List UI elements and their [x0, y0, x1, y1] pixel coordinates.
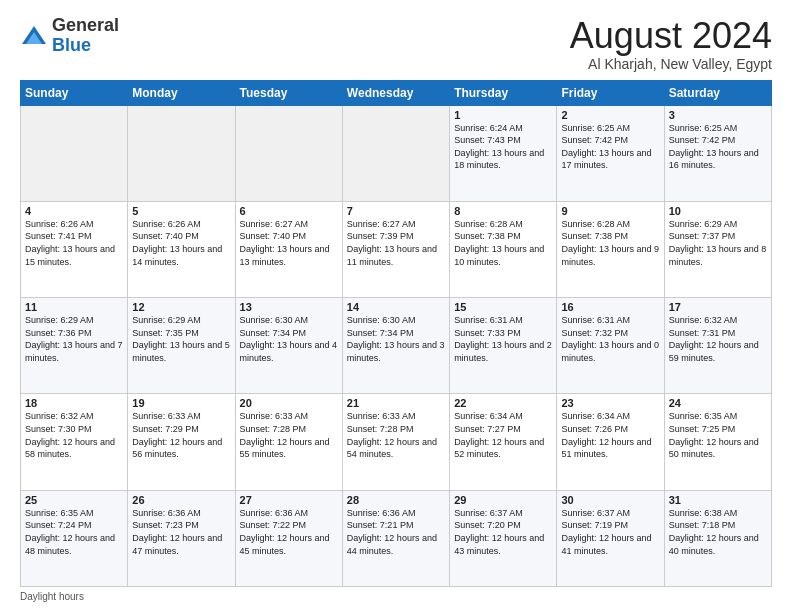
day-number: 26: [132, 494, 230, 506]
cell-info: Sunrise: 6:37 AM Sunset: 7:20 PM Dayligh…: [454, 507, 552, 557]
day-number: 23: [561, 397, 659, 409]
cell-info: Sunrise: 6:30 AM Sunset: 7:34 PM Dayligh…: [347, 314, 445, 364]
cell-4-1: 26Sunrise: 6:36 AM Sunset: 7:23 PM Dayli…: [128, 490, 235, 586]
cell-2-1: 12Sunrise: 6:29 AM Sunset: 7:35 PM Dayli…: [128, 298, 235, 394]
cell-1-3: 7Sunrise: 6:27 AM Sunset: 7:39 PM Daylig…: [342, 201, 449, 297]
day-number: 10: [669, 205, 767, 217]
cell-2-2: 13Sunrise: 6:30 AM Sunset: 7:34 PM Dayli…: [235, 298, 342, 394]
day-number: 27: [240, 494, 338, 506]
week-row-4: 25Sunrise: 6:35 AM Sunset: 7:24 PM Dayli…: [21, 490, 772, 586]
cell-info: Sunrise: 6:30 AM Sunset: 7:34 PM Dayligh…: [240, 314, 338, 364]
cell-info: Sunrise: 6:27 AM Sunset: 7:40 PM Dayligh…: [240, 218, 338, 268]
cell-info: Sunrise: 6:37 AM Sunset: 7:19 PM Dayligh…: [561, 507, 659, 557]
cell-info: Sunrise: 6:34 AM Sunset: 7:27 PM Dayligh…: [454, 410, 552, 460]
cell-info: Sunrise: 6:28 AM Sunset: 7:38 PM Dayligh…: [454, 218, 552, 268]
day-number: 22: [454, 397, 552, 409]
cell-1-6: 10Sunrise: 6:29 AM Sunset: 7:37 PM Dayli…: [664, 201, 771, 297]
logo-general: General: [52, 15, 119, 35]
cell-info: Sunrise: 6:28 AM Sunset: 7:38 PM Dayligh…: [561, 218, 659, 268]
day-number: 1: [454, 109, 552, 121]
cell-2-0: 11Sunrise: 6:29 AM Sunset: 7:36 PM Dayli…: [21, 298, 128, 394]
day-number: 4: [25, 205, 123, 217]
cell-4-4: 29Sunrise: 6:37 AM Sunset: 7:20 PM Dayli…: [450, 490, 557, 586]
header-wednesday: Wednesday: [342, 80, 449, 105]
week-row-3: 18Sunrise: 6:32 AM Sunset: 7:30 PM Dayli…: [21, 394, 772, 490]
cell-info: Sunrise: 6:25 AM Sunset: 7:42 PM Dayligh…: [669, 122, 767, 172]
header-thursday: Thursday: [450, 80, 557, 105]
cell-3-6: 24Sunrise: 6:35 AM Sunset: 7:25 PM Dayli…: [664, 394, 771, 490]
day-number: 6: [240, 205, 338, 217]
day-number: 24: [669, 397, 767, 409]
logo: General Blue: [20, 16, 119, 56]
cell-info: Sunrise: 6:38 AM Sunset: 7:18 PM Dayligh…: [669, 507, 767, 557]
cell-0-0: [21, 105, 128, 201]
cell-1-4: 8Sunrise: 6:28 AM Sunset: 7:38 PM Daylig…: [450, 201, 557, 297]
day-number: 13: [240, 301, 338, 313]
cell-1-1: 5Sunrise: 6:26 AM Sunset: 7:40 PM Daylig…: [128, 201, 235, 297]
day-number: 7: [347, 205, 445, 217]
page: General Blue August 2024 Al Kharjah, New…: [0, 0, 792, 612]
day-number: 21: [347, 397, 445, 409]
footer-note: Daylight hours: [20, 591, 772, 602]
cell-3-5: 23Sunrise: 6:34 AM Sunset: 7:26 PM Dayli…: [557, 394, 664, 490]
day-number: 8: [454, 205, 552, 217]
day-number: 20: [240, 397, 338, 409]
day-number: 2: [561, 109, 659, 121]
cell-info: Sunrise: 6:36 AM Sunset: 7:23 PM Dayligh…: [132, 507, 230, 557]
cell-2-6: 17Sunrise: 6:32 AM Sunset: 7:31 PM Dayli…: [664, 298, 771, 394]
cell-info: Sunrise: 6:33 AM Sunset: 7:29 PM Dayligh…: [132, 410, 230, 460]
cell-info: Sunrise: 6:35 AM Sunset: 7:24 PM Dayligh…: [25, 507, 123, 557]
header-monday: Monday: [128, 80, 235, 105]
cell-0-4: 1Sunrise: 6:24 AM Sunset: 7:43 PM Daylig…: [450, 105, 557, 201]
day-number: 18: [25, 397, 123, 409]
week-row-0: 1Sunrise: 6:24 AM Sunset: 7:43 PM Daylig…: [21, 105, 772, 201]
cell-info: Sunrise: 6:26 AM Sunset: 7:41 PM Dayligh…: [25, 218, 123, 268]
cell-info: Sunrise: 6:32 AM Sunset: 7:30 PM Dayligh…: [25, 410, 123, 460]
header-tuesday: Tuesday: [235, 80, 342, 105]
calendar-subtitle: Al Kharjah, New Valley, Egypt: [570, 56, 772, 72]
cell-4-6: 31Sunrise: 6:38 AM Sunset: 7:18 PM Dayli…: [664, 490, 771, 586]
day-number: 29: [454, 494, 552, 506]
cell-info: Sunrise: 6:36 AM Sunset: 7:22 PM Dayligh…: [240, 507, 338, 557]
cell-3-3: 21Sunrise: 6:33 AM Sunset: 7:28 PM Dayli…: [342, 394, 449, 490]
cell-info: Sunrise: 6:34 AM Sunset: 7:26 PM Dayligh…: [561, 410, 659, 460]
logo-text: General Blue: [52, 16, 119, 56]
title-block: August 2024 Al Kharjah, New Valley, Egyp…: [570, 16, 772, 72]
day-number: 3: [669, 109, 767, 121]
cell-info: Sunrise: 6:29 AM Sunset: 7:37 PM Dayligh…: [669, 218, 767, 268]
day-number: 25: [25, 494, 123, 506]
day-number: 30: [561, 494, 659, 506]
day-number: 19: [132, 397, 230, 409]
day-number: 28: [347, 494, 445, 506]
cell-3-1: 19Sunrise: 6:33 AM Sunset: 7:29 PM Dayli…: [128, 394, 235, 490]
day-number: 14: [347, 301, 445, 313]
calendar-title: August 2024: [570, 16, 772, 56]
cell-0-5: 2Sunrise: 6:25 AM Sunset: 7:42 PM Daylig…: [557, 105, 664, 201]
cell-4-3: 28Sunrise: 6:36 AM Sunset: 7:21 PM Dayli…: [342, 490, 449, 586]
cell-0-6: 3Sunrise: 6:25 AM Sunset: 7:42 PM Daylig…: [664, 105, 771, 201]
cell-info: Sunrise: 6:31 AM Sunset: 7:32 PM Dayligh…: [561, 314, 659, 364]
cell-info: Sunrise: 6:26 AM Sunset: 7:40 PM Dayligh…: [132, 218, 230, 268]
cell-info: Sunrise: 6:29 AM Sunset: 7:35 PM Dayligh…: [132, 314, 230, 364]
header-sunday: Sunday: [21, 80, 128, 105]
day-number: 31: [669, 494, 767, 506]
cell-info: Sunrise: 6:33 AM Sunset: 7:28 PM Dayligh…: [347, 410, 445, 460]
day-number: 12: [132, 301, 230, 313]
day-number: 9: [561, 205, 659, 217]
cell-info: Sunrise: 6:32 AM Sunset: 7:31 PM Dayligh…: [669, 314, 767, 364]
week-row-2: 11Sunrise: 6:29 AM Sunset: 7:36 PM Dayli…: [21, 298, 772, 394]
daylight-hours-label: Daylight hours: [20, 591, 84, 602]
cell-1-2: 6Sunrise: 6:27 AM Sunset: 7:40 PM Daylig…: [235, 201, 342, 297]
day-number: 17: [669, 301, 767, 313]
cell-info: Sunrise: 6:33 AM Sunset: 7:28 PM Dayligh…: [240, 410, 338, 460]
week-row-1: 4Sunrise: 6:26 AM Sunset: 7:41 PM Daylig…: [21, 201, 772, 297]
cell-2-3: 14Sunrise: 6:30 AM Sunset: 7:34 PM Dayli…: [342, 298, 449, 394]
calendar-table: Sunday Monday Tuesday Wednesday Thursday…: [20, 80, 772, 587]
cell-0-1: [128, 105, 235, 201]
logo-icon: [20, 22, 48, 50]
cell-3-0: 18Sunrise: 6:32 AM Sunset: 7:30 PM Dayli…: [21, 394, 128, 490]
cell-info: Sunrise: 6:25 AM Sunset: 7:42 PM Dayligh…: [561, 122, 659, 172]
cell-info: Sunrise: 6:36 AM Sunset: 7:21 PM Dayligh…: [347, 507, 445, 557]
header-row: Sunday Monday Tuesday Wednesday Thursday…: [21, 80, 772, 105]
cell-2-5: 16Sunrise: 6:31 AM Sunset: 7:32 PM Dayli…: [557, 298, 664, 394]
